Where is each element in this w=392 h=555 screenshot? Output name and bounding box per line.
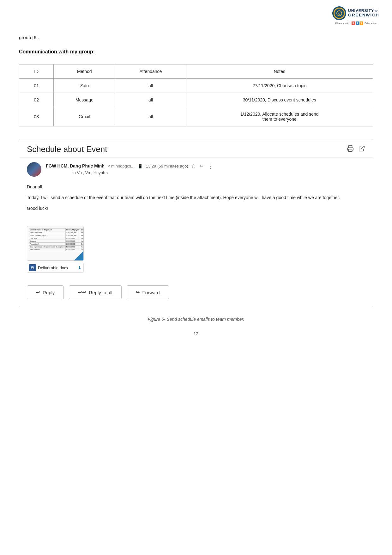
row1-attendance: all <box>115 79 186 93</box>
svg-line-3 <box>361 146 364 149</box>
group-reference: group [6]. <box>19 35 373 40</box>
forward-arrow-icon: ↪ <box>136 290 140 295</box>
row2-notes: 30/11/2020, Discuss event schedules <box>186 93 373 107</box>
attachment-thumbnail[interactable]: Estimated cost of the projectPrice (VND)… <box>27 226 84 261</box>
download-icon[interactable]: ⬇ <box>78 265 81 270</box>
section-heading: Communication with my group: <box>19 49 373 55</box>
forward-button-label: Forward <box>142 290 160 295</box>
forward-button[interactable]: ↪ Forward <box>127 285 169 299</box>
reply-all-arrow-icon: ↩↩ <box>78 290 86 295</box>
row1-method: Zalo <box>54 79 115 93</box>
table-header-id: ID <box>19 64 54 79</box>
communication-table: ID Method Attendance Notes 01 Zalo all 2… <box>19 64 373 126</box>
figure-caption: Figure 6- Send schedule emails to team m… <box>19 317 373 322</box>
row3-attendance: all <box>115 107 186 126</box>
email-subject: Schedule about Event <box>27 144 107 154</box>
recipients-dropdown-icon[interactable]: ▾ <box>106 171 108 175</box>
more-options-icon[interactable]: ⋮ <box>207 162 214 170</box>
education-text: Education <box>365 22 377 25</box>
greenwich-text: GREENWICH <box>348 13 379 17</box>
reply-button-label: Reply <box>43 290 55 295</box>
email-title-icons <box>347 145 365 154</box>
row2-method: Message <box>54 93 115 107</box>
body-paragraph: Today, I will send a schedule of the eve… <box>27 194 365 202</box>
row1-notes: 27/11/2020, Choose a topic <box>186 79 373 93</box>
sender-email-preview: < minhdpgcs... <box>108 164 135 168</box>
email-sender-row: FGW HCM, Dang Phuc Minh < minhdpgcs... 📱… <box>19 158 373 179</box>
table-row: 02 Message all 30/11/2020, Discuss event… <box>19 93 373 107</box>
phone-icon: 📱 <box>138 164 143 168</box>
closing-line: Good luck! <box>27 205 365 212</box>
email-body: Dear all, Today, I will send a schedule … <box>19 179 373 222</box>
star-icon[interactable]: ☆ <box>191 163 196 169</box>
reply-all-button-label: Reply to all <box>89 290 112 295</box>
alliance-text: Alliance with <box>335 22 350 25</box>
table-header-attendance: Attendance <box>115 64 186 79</box>
attachment-area: Estimated cost of the projectPrice (VND)… <box>27 226 365 273</box>
logo-circle-icon: G <box>332 6 346 20</box>
svg-text:G: G <box>338 12 340 15</box>
attachment-filename: Deliverable.docx <box>38 265 68 270</box>
table-row: 01 Zalo all 27/11/2020, Choose a topic <box>19 79 373 93</box>
reply-arrow-icon: ↩ <box>36 290 40 295</box>
print-icon[interactable] <box>347 145 354 154</box>
email-card: Schedule about Event <box>19 139 373 307</box>
table-row: 03 Gmail all 1/12/2020, Allocate schedul… <box>19 107 373 126</box>
greeting-line: Dear all, <box>27 183 365 191</box>
svg-rect-2 <box>349 149 352 151</box>
row3-id: 03 <box>19 107 54 126</box>
fpt-badge: FPT <box>352 21 363 25</box>
reply-small-icon[interactable]: ↩ <box>199 163 203 169</box>
row3-method: Gmail <box>54 107 115 126</box>
table-header-notes: Notes <box>186 64 373 79</box>
university-logo: G UNIVERSITY of GREENWICH Alliance with … <box>332 6 379 25</box>
reply-button[interactable]: ↩ Reply <box>27 285 64 299</box>
sender-info: FGW HCM, Dang Phuc Minh < minhdpgcs... 📱… <box>46 162 365 179</box>
open-in-new-icon[interactable] <box>358 145 365 154</box>
word-file-icon: W <box>29 264 36 271</box>
recipients-row: to Vu , Vo , Huynh ▾ <box>65 170 365 179</box>
row2-id: 02 <box>19 93 54 107</box>
sender-time: 13:29 (59 minutes ago) <box>146 164 188 168</box>
avatar <box>27 162 41 177</box>
attachment-label[interactable]: W Deliverable.docx ⬇ <box>27 263 84 273</box>
sender-name: FGW HCM, Dang Phuc Minh <box>46 163 105 168</box>
reply-buttons-row: ↩ Reply ↩↩ Reply to all ↪ Forward <box>19 279 373 307</box>
row1-id: 01 <box>19 79 54 93</box>
row2-attendance: all <box>115 93 186 107</box>
table-header-method: Method <box>54 64 115 79</box>
email-title-bar: Schedule about Event <box>19 139 373 158</box>
reply-all-button[interactable]: ↩↩ Reply to all <box>69 285 121 299</box>
page-number: 12 <box>19 331 373 336</box>
row3-notes: 1/12/2020, Allocate schedules and send t… <box>186 107 373 126</box>
